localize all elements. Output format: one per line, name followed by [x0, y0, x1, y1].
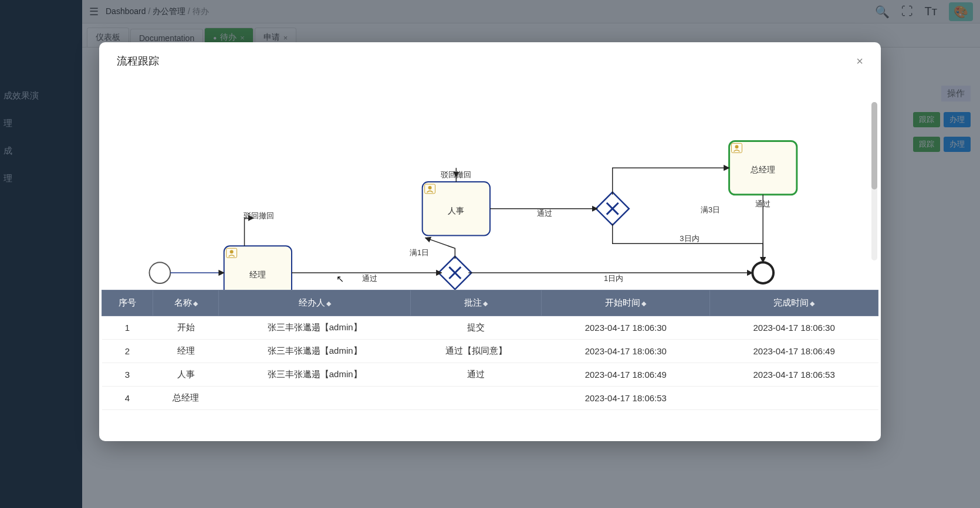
svg-text:总经理: 总经理 — [750, 165, 775, 174]
sort-icon[interactable]: ◆ — [326, 300, 331, 307]
diagram-scrollbar[interactable] — [871, 102, 877, 260]
svg-point-3 — [230, 250, 234, 253]
edge-label: 3日内 — [680, 234, 699, 243]
col-start[interactable]: 开始时间◆ — [542, 290, 710, 316]
gateway-1[interactable] — [438, 256, 471, 289]
cell-handler: 张三丰张邋遢【admin】 — [219, 316, 411, 340]
modal-header: 流程跟踪 × — [99, 42, 881, 73]
cell-end: 2023-04-17 18:06:49 — [710, 340, 878, 363]
cell-approval: 通过 — [411, 363, 542, 387]
col-end[interactable]: 完成时间◆ — [710, 290, 878, 316]
table-row[interactable]: 4总经理2023-04-17 18:06:53 — [102, 387, 878, 410]
cell-handler — [219, 387, 411, 410]
col-name[interactable]: 名称◆ — [153, 290, 219, 316]
table-row[interactable]: 3人事张三丰张邋遢【admin】通过2023-04-17 18:06:49202… — [102, 363, 878, 387]
cell-end: 2023-04-17 18:06:53 — [710, 363, 878, 387]
cell-end: 2023-04-17 18:06:30 — [710, 316, 878, 340]
svg-text:人事: 人事 — [448, 206, 464, 215]
gateway-2[interactable] — [596, 192, 629, 225]
table-header-row: 序号 名称◆ 经办人◆ 批注◆ 开始时间◆ 完成时间◆ — [102, 290, 878, 316]
edge-label: 满1日 — [410, 248, 429, 257]
process-trace-modal: 流程跟踪 × 经理 — [99, 42, 881, 441]
cell-name: 总经理 — [153, 387, 219, 410]
cell-start: 2023-04-17 18:06:30 — [542, 340, 710, 363]
table-row[interactable]: 1开始张三丰张邋遢【admin】提交2023-04-17 18:06:30202… — [102, 316, 878, 340]
edge-label: 驳回撤回 — [441, 170, 471, 179]
cell-approval — [411, 387, 542, 410]
cell-approval: 提交 — [411, 316, 542, 340]
svg-text:经理: 经理 — [249, 270, 266, 279]
col-handler[interactable]: 经办人◆ — [219, 290, 411, 316]
edge-label: 驳回撤回 — [244, 211, 274, 220]
cell-name: 人事 — [153, 363, 219, 387]
cell-start: 2023-04-17 18:06:49 — [542, 363, 710, 387]
trace-table: 序号 名称◆ 经办人◆ 批注◆ 开始时间◆ 完成时间◆ 1开始张三丰张邋遢【ad… — [99, 290, 881, 441]
modal-overlay[interactable]: 流程跟踪 × 经理 — [0, 0, 980, 508]
edge-label: 通过 — [537, 209, 552, 218]
edge-label: 满3日 — [701, 205, 720, 214]
cell-approval: 通过【拟同意】 — [411, 340, 542, 363]
table-body: 1开始张三丰张邋遢【admin】提交2023-04-17 18:06:30202… — [102, 316, 878, 410]
col-no[interactable]: 序号 — [102, 290, 153, 316]
col-approval[interactable]: 批注◆ — [411, 290, 542, 316]
close-icon[interactable]: × — [856, 55, 863, 68]
cell-no: 1 — [102, 316, 153, 340]
edge-reject-manager — [245, 218, 254, 246]
svg-point-11 — [735, 145, 738, 148]
cell-name: 开始 — [153, 316, 219, 340]
cell-no: 2 — [102, 340, 153, 363]
start-event[interactable] — [150, 262, 171, 283]
edge-label: 1日内 — [604, 274, 623, 283]
scrollbar-thumb[interactable] — [871, 102, 877, 189]
cell-end — [710, 387, 878, 410]
svg-point-7 — [428, 186, 432, 189]
sort-icon[interactable]: ◆ — [810, 300, 815, 307]
cell-name: 经理 — [153, 340, 219, 363]
edge-gw1-hr — [425, 238, 455, 259]
cell-no: 4 — [102, 387, 153, 410]
task-hr[interactable]: 人事 — [423, 182, 490, 235]
cell-handler: 张三丰张邋遢【admin】 — [219, 363, 411, 387]
edge-label: 通过 — [362, 274, 377, 283]
cell-start: 2023-04-17 18:06:53 — [542, 387, 710, 410]
table-row[interactable]: 2经理张三丰张邋遢【admin】通过【拟同意】2023-04-17 18:06:… — [102, 340, 878, 363]
task-general-manager[interactable]: 总经理 — [729, 141, 797, 194]
task-manager[interactable]: 经理 — [224, 246, 292, 290]
sort-icon[interactable]: ◆ — [193, 300, 198, 307]
bpmn-diagram[interactable]: 经理 人事 总经理 — [102, 73, 878, 290]
cell-handler: 张三丰张邋遢【admin】 — [219, 340, 411, 363]
modal-title: 流程跟踪 — [117, 54, 159, 68]
sort-icon[interactable]: ◆ — [641, 300, 646, 307]
edge-gw2-gm — [613, 168, 729, 195]
cell-no: 3 — [102, 363, 153, 387]
sort-icon[interactable]: ◆ — [483, 300, 488, 307]
cell-start: 2023-04-17 18:06:30 — [542, 316, 710, 340]
edge-label: 通过 — [755, 199, 771, 208]
end-event[interactable] — [752, 262, 773, 283]
